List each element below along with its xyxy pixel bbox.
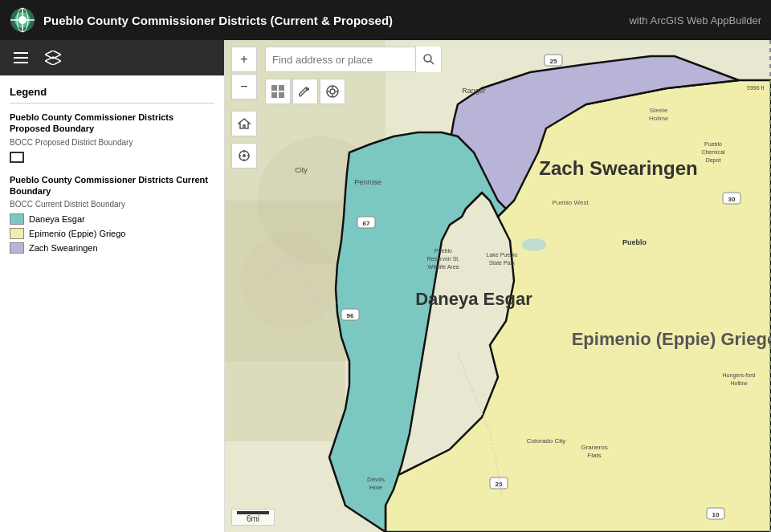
legend-item-esgar: Daneya Esgar	[10, 213, 214, 225]
legend-current-subtitle: BOCC Current District Boundary	[10, 200, 214, 209]
svg-rect-6	[14, 52, 28, 54]
legend-item-swearingen: Zach Swearingen	[10, 242, 214, 254]
map-secondary-toolbar	[265, 79, 345, 104]
svg-rect-7	[14, 57, 28, 59]
app-logo	[10, 7, 35, 33]
home-button[interactable]	[231, 111, 257, 136]
svg-rect-63	[279, 92, 284, 98]
svg-text:Hollow: Hollow	[649, 115, 668, 122]
search-input[interactable]	[266, 54, 415, 66]
svg-text:Epimenio (Eppie) Griego: Epimenio (Eppie) Griego	[572, 329, 771, 349]
legend-proposed-subtitle: BOCC Proposed District Boundary	[10, 138, 214, 147]
basemap-icon	[271, 85, 284, 98]
svg-text:City: City	[295, 166, 308, 174]
svg-text:96: 96	[347, 312, 354, 319]
esgar-label: Daneya Esgar	[29, 214, 85, 224]
svg-rect-62	[271, 92, 277, 98]
svg-text:Pueblo: Pueblo	[434, 248, 452, 254]
map-svg: 67 96 25 25 10 30 Penrose City Ranger St…	[225, 40, 771, 532]
svg-text:Hole: Hole	[369, 484, 383, 491]
map-zoom-toolbar: + −	[225, 40, 263, 106]
legend-item-griego: Epimenio (Eppie) Griego	[10, 228, 214, 239]
svg-text:Devils: Devils	[367, 476, 385, 483]
svg-text:25: 25	[550, 58, 557, 65]
sidebar-panel: Legend Pueblo County Commissioner Distri…	[0, 40, 225, 532]
svg-text:Chemical: Chemical	[701, 149, 725, 155]
svg-text:Hungers-ford: Hungers-ford	[723, 372, 756, 379]
locate-button[interactable]	[231, 143, 257, 169]
legend-proposed-item	[10, 152, 214, 163]
legend-current-section: Pueblo County Commissioner Districts Cur…	[10, 174, 214, 254]
svg-text:Ranger: Ranger	[462, 87, 486, 95]
layers-button[interactable]	[42, 47, 64, 69]
svg-rect-60	[271, 85, 277, 91]
svg-text:Steele: Steele	[650, 107, 668, 114]
locate-icon	[238, 149, 251, 162]
analysis-icon	[326, 85, 339, 98]
svg-text:30: 30	[728, 196, 736, 203]
svg-text:Graneros: Graneros	[581, 444, 607, 451]
scale-bar: 6mi	[231, 509, 275, 526]
search-button[interactable]	[415, 47, 441, 72]
svg-text:Pueblo: Pueblo	[622, 238, 647, 246]
svg-line-59	[430, 61, 434, 64]
search-icon	[423, 54, 434, 65]
svg-text:10: 10	[712, 511, 720, 518]
legend-title: Legend	[10, 86, 214, 104]
svg-point-58	[424, 55, 431, 62]
svg-text:Lake Pueblo: Lake Pueblo	[487, 252, 518, 258]
proposed-swatch	[10, 152, 24, 163]
svg-text:Wildlife Area: Wildlife Area	[428, 264, 459, 270]
svg-text:Flats: Flats	[587, 452, 601, 459]
svg-rect-61	[279, 85, 284, 91]
home-icon	[238, 117, 251, 130]
svg-point-73	[243, 154, 246, 157]
search-bar[interactable]	[265, 47, 442, 72]
svg-rect-8	[14, 62, 28, 63]
svg-point-57	[522, 238, 546, 251]
svg-text:Pueblo West: Pueblo West	[552, 199, 589, 206]
svg-text:Colorado City: Colorado City	[527, 437, 565, 445]
scale-label: 6mi	[247, 514, 259, 523]
app-header: Pueblo County Commissioner Districts (Cu…	[0, 0, 771, 40]
svg-text:Hollow: Hollow	[730, 380, 748, 386]
svg-text:Pueblo: Pueblo	[704, 141, 722, 147]
svg-point-66	[330, 89, 335, 94]
swearingen-label: Zach Swearingen	[29, 243, 98, 253]
draw-button[interactable]	[292, 79, 318, 104]
svg-text:67: 67	[363, 220, 370, 227]
svg-text:5996 ft: 5996 ft	[747, 85, 764, 91]
sidebar-toolbar	[0, 40, 224, 76]
svg-text:Reservoir St.: Reservoir St.	[427, 256, 460, 262]
map-area[interactable]: 67 96 25 25 10 30 Penrose City Ranger St…	[225, 40, 771, 532]
svg-text:Daneya Esgar: Daneya Esgar	[415, 289, 532, 309]
zoom-in-button[interactable]: +	[231, 47, 257, 72]
legend-proposed-section: Pueblo County Commissioner Districts Pro…	[10, 112, 214, 163]
swearingen-swatch	[10, 242, 24, 254]
zoom-out-button[interactable]: −	[231, 74, 257, 99]
basemap-button[interactable]	[265, 79, 291, 104]
svg-text:Zach Swearingen: Zach Swearingen	[539, 157, 697, 179]
svg-text:Depot: Depot	[706, 157, 721, 164]
esgar-swatch	[10, 213, 24, 225]
svg-point-64	[306, 87, 309, 91]
page-title: Pueblo County Commissioner Districts (Cu…	[43, 14, 621, 27]
svg-text:Penrose: Penrose	[354, 178, 381, 186]
griego-swatch	[10, 228, 24, 239]
svg-text:State Park: State Park	[489, 260, 516, 266]
menu-button[interactable]	[10, 47, 32, 69]
legend-current-title: Pueblo County Commissioner Districts Cur…	[10, 174, 214, 197]
page-subtitle: with ArcGIS Web AppBuilder	[629, 14, 761, 26]
legend-panel: Legend Pueblo County Commissioner Distri…	[0, 76, 224, 274]
svg-text:25: 25	[496, 481, 503, 488]
analysis-button[interactable]	[320, 79, 345, 104]
svg-marker-71	[239, 119, 250, 128]
legend-proposed-title: Pueblo County Commissioner Districts Pro…	[10, 112, 214, 135]
griego-label: Epimenio (Eppie) Griego	[29, 229, 125, 238]
draw-icon	[299, 85, 312, 98]
